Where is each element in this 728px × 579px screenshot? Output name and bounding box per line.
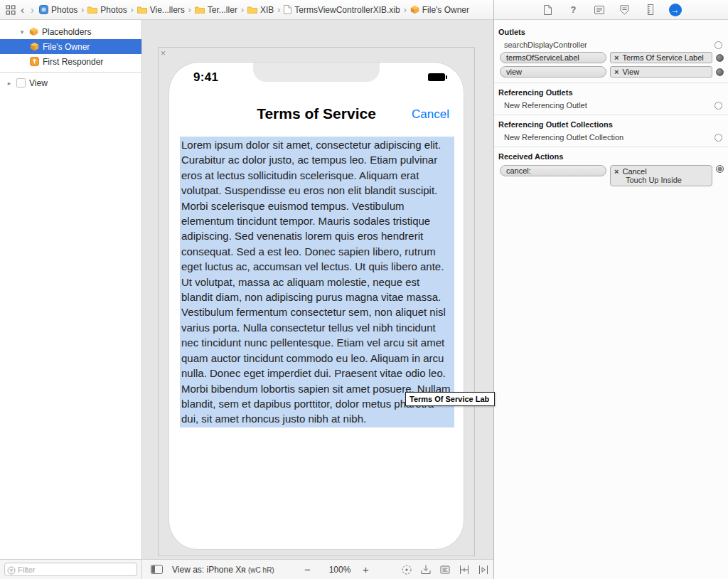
breadcrumb-project[interactable]: Photos [39,5,77,15]
disconnect-icon[interactable] [614,68,619,76]
chevron-separator-icon [277,5,280,15]
connection-well[interactable] [714,41,722,49]
connection-target[interactable]: Cancel Touch Up Inside [610,165,712,186]
referencing-outlet-row: New Referencing Outlet [494,100,728,111]
related-items-icon[interactable] [6,5,16,15]
breadcrumb-files-owner[interactable]: File's Owner [410,5,469,15]
section-header-outlets: Outlets [494,23,728,39]
breadcrumb-group[interactable]: Ter...ller [195,5,237,15]
battery-icon [428,73,445,81]
zoom-level[interactable]: 100% [323,565,356,575]
connection-target-label: View [622,68,639,76]
connections-inspector-icon[interactable]: → [669,4,682,16]
connection-target-label: Cancel [622,167,646,176]
align-icon[interactable] [439,564,451,575]
project-icon [39,5,48,14]
attributes-inspector-icon[interactable] [618,3,632,17]
constraints-pin-icon[interactable] [459,564,470,575]
quick-help-inspector-icon[interactable]: ? [567,3,581,17]
connection-target-label: Terms Of Service Label [622,53,703,62]
cancel-button[interactable]: Cancel [412,107,449,122]
resolve-autolayout-icon[interactable] [478,564,489,575]
filter-icon [7,565,16,578]
jump-bar: ‹ › Photos Photos Vie...llers Ter...ller… [0,0,494,20]
selection-tooltip: Terms Of Service Lab [405,392,495,406]
size-inspector-icon[interactable] [643,3,658,17]
inspector-tab-bar: ? → [494,0,728,20]
status-bar-time: 9:41 [193,70,218,85]
outlet-row: view View [494,65,728,79]
back-button[interactable]: ‹ [19,4,26,16]
sidebar-item-label: View [29,78,48,88]
filter-input[interactable] [4,563,137,576]
chevron-separator-icon [404,5,407,15]
connections-inspector-content: Outlets searchDisplayController termsOfS… [494,20,728,188]
outlet-name: searchDisplayController [504,41,587,49]
sidebar-separator [0,72,141,73]
folder-icon [247,6,257,14]
sidebar-item-first-responder[interactable]: First Responder [0,54,141,69]
connection-well[interactable] [714,134,722,142]
breadcrumb-group[interactable]: Vie...llers [137,5,185,15]
sidebar-item-files-owner[interactable]: File's Owner [0,39,141,54]
sidebar-item-placeholders[interactable]: Placeholders [0,24,141,39]
identity-inspector-icon[interactable] [592,3,606,17]
action-name-pill[interactable]: cancel: [500,165,606,176]
outlet-name-pill[interactable]: view [500,66,606,78]
sidebar-item-label: Placeholders [42,27,91,37]
cube-icon [410,5,419,14]
close-icon[interactable]: × [161,48,166,58]
terms-of-service-label[interactable]: Lorem ipsum dolor sit amet, consectetur … [180,137,454,427]
chevron-separator-icon [188,5,191,15]
update-frames-icon[interactable] [401,564,412,575]
chevron-separator-icon [131,5,134,15]
breadcrumb-label: File's Owner [422,5,469,15]
connections-inspector-panel: ? → Outlets searchDisplayController term… [493,0,728,579]
connection-well[interactable] [716,54,724,62]
embed-in-icon[interactable] [420,564,432,575]
canvas-bottom-bar: View as: iPhone Xʀ (wC hR) − 100% + [142,559,493,579]
outline-toggle-icon[interactable] [151,565,163,576]
first-responder-icon [30,57,39,66]
zoom-in-button[interactable]: + [363,563,369,575]
connection-well[interactable] [714,102,722,110]
outlet-row: termsOfServiceLabel Terms Of Service Lab… [494,51,728,65]
breadcrumb-label: Photos [100,5,127,15]
sidebar-filter-bar [0,559,142,579]
notch [253,63,380,82]
file-inspector-icon[interactable] [541,3,555,17]
disclosure-triangle-icon[interactable] [18,28,26,36]
action-row: cancel: Cancel Touch Up Inside [494,164,728,188]
iphone-xr-preview[interactable]: 9:41 Terms of Service Cancel Lorem ipsum… [169,63,464,549]
referencing-collection-row: New Referencing Outlet Collection [494,132,728,143]
sidebar-item-view[interactable]: View [0,75,141,90]
referencing-outlet-label: New Referencing Outlet [504,101,587,110]
section-header-referencing-outlets: Referencing Outlets [494,83,728,100]
sidebar-item-label: First Responder [43,57,103,67]
breadcrumb-label: Photos [51,5,77,15]
forward-button[interactable]: › [29,4,36,16]
connection-target[interactable]: View [610,66,712,78]
disconnect-icon[interactable] [614,167,619,176]
referencing-collection-label: New Referencing Outlet Collection [504,133,623,142]
outlet-row: searchDisplayController [494,39,728,51]
outlet-name-pill[interactable]: termsOfServiceLabel [500,52,606,63]
breadcrumb-label: XIB [260,5,274,15]
disconnect-icon[interactable] [614,53,619,62]
view-icon [16,78,26,87]
disclosure-triangle-icon[interactable] [6,80,13,87]
breadcrumb-group[interactable]: Photos [87,5,127,15]
chevron-separator-icon [241,5,244,15]
connection-target[interactable]: Terms Of Service Label [610,52,712,63]
folder-icon [137,6,147,14]
interface-builder-canvas[interactable]: × 9:41 Terms of Service Cancel Lorem ips… [142,20,493,559]
breadcrumb-file[interactable]: TermsViewControllerXIB.xib [284,5,400,15]
view-as-control[interactable]: View as: iPhone Xʀ (wC hR) [172,565,274,575]
zoom-out-button[interactable]: − [304,563,311,575]
connection-well[interactable] [716,165,724,173]
connection-well[interactable] [716,68,724,76]
folder-icon [195,6,205,14]
breadcrumb-group[interactable]: XIB [247,5,274,15]
cube-icon [30,42,39,51]
section-header-received-actions: Received Actions [494,147,728,164]
